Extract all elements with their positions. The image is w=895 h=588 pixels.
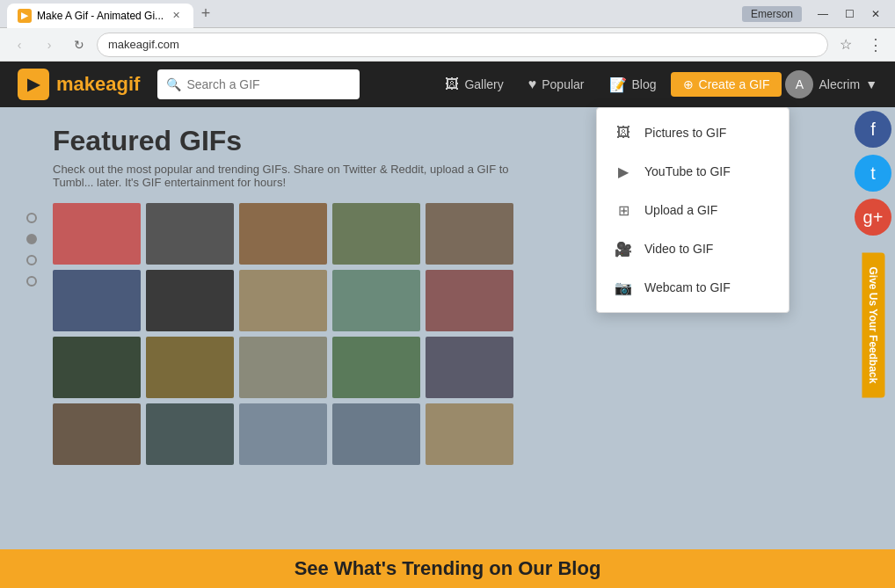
dropdown-item-label: YouTube to GIF	[644, 164, 731, 178]
gif-item[interactable]	[53, 403, 141, 465]
chevron-down-icon: ▼	[865, 77, 877, 91]
gif-item[interactable]	[426, 337, 513, 398]
create-dropdown-menu: 🖼 Pictures to GIF ▶ YouTube to GIF ⊞ Upl…	[596, 107, 789, 313]
gif-item[interactable]	[146, 203, 234, 265]
social-sidebar: f t g+	[851, 107, 895, 239]
gif-item[interactable]	[239, 403, 327, 465]
nav-links: 🖼 Gallery ♥ Popular 📝 Blog ⊕ Create a GI…	[434, 70, 877, 98]
close-button[interactable]: ✕	[863, 5, 888, 23]
gif-item[interactable]	[332, 337, 420, 398]
youtube-icon: ▶	[613, 161, 634, 182]
search-input[interactable]	[186, 77, 351, 91]
video-icon: 🎥	[613, 238, 634, 259]
facebook-button[interactable]: f	[855, 111, 891, 148]
banner-text: See What's Trending on Our Blog	[295, 557, 601, 580]
dropdown-upload-gif[interactable]: ⊞ Upload a GIF	[597, 191, 789, 229]
title-bar-right: Emerson — ☐ ✕	[742, 5, 888, 23]
gif-item[interactable]	[146, 337, 234, 398]
nav-popular[interactable]: ♥ Popular	[518, 71, 595, 98]
browser-menu-button[interactable]: ⋮	[863, 33, 888, 57]
gif-item[interactable]	[146, 403, 234, 465]
gif-item[interactable]	[239, 203, 327, 265]
dropdown-item-label: Upload a GIF	[644, 203, 717, 217]
nav-blog[interactable]: 📝 Blog	[599, 71, 667, 98]
dropdown-pictures-to-gif[interactable]: 🖼 Pictures to GIF	[597, 113, 789, 152]
googleplus-button[interactable]: g+	[855, 199, 891, 236]
gif-item[interactable]	[332, 403, 420, 465]
user-badge: Emerson	[742, 6, 802, 22]
pictures-icon: 🖼	[613, 122, 634, 143]
webcam-icon: 📷	[613, 277, 634, 298]
upload-icon: ⊞	[613, 200, 634, 221]
tab-close-button[interactable]: ✕	[169, 9, 183, 23]
create-icon: ⊕	[683, 77, 694, 91]
page-content: ▶ makeagif 🔍 🖼 Gallery ♥ Popular 📝 Blog	[0, 62, 895, 588]
page-subtitle: Check out the most popular and trending …	[53, 163, 536, 189]
nav-gallery[interactable]: 🖼 Gallery	[434, 71, 513, 98]
url-bar[interactable]: makeagif.com	[97, 33, 828, 57]
gif-item[interactable]	[53, 337, 141, 398]
create-gif-button[interactable]: ⊕ Create a GIF	[671, 72, 782, 97]
dropdown-youtube-to-gif[interactable]: ▶ YouTube to GIF	[597, 152, 789, 191]
heart-icon: ♥	[528, 76, 537, 92]
gif-item[interactable]	[239, 337, 327, 398]
dot-1[interactable]	[26, 213, 37, 223]
avatar: A	[785, 70, 813, 98]
gif-item[interactable]	[332, 203, 420, 265]
maximize-button[interactable]: ☐	[837, 5, 862, 23]
tab-label: Make A Gif - Animated Gi...	[37, 10, 164, 22]
url-text: makeagif.com	[108, 38, 179, 51]
dropdown-item-label: Webcam to GIF	[644, 280, 731, 294]
dropdown-webcam-to-gif[interactable]: 📷 Webcam to GIF	[597, 268, 789, 307]
site-header: ▶ makeagif 🔍 🖼 Gallery ♥ Popular 📝 Blog	[0, 62, 895, 107]
user-nav[interactable]: A Alecrim ▼	[785, 70, 877, 98]
blog-icon: 📝	[609, 76, 627, 93]
new-tab-button[interactable]: +	[193, 2, 218, 26]
gif-item[interactable]	[426, 270, 513, 331]
gif-item[interactable]	[332, 270, 420, 331]
twitter-button[interactable]: t	[855, 155, 891, 192]
pagination-dots	[26, 213, 37, 287]
gallery-icon: 🖼	[445, 76, 459, 92]
browser-tab[interactable]: ▶ Make A Gif - Animated Gi... ✕	[7, 4, 193, 28]
feedback-tab[interactable]: Give Us Your Feedback	[862, 252, 885, 397]
dropdown-video-to-gif[interactable]: 🎥 Video to GIF	[597, 229, 789, 268]
gif-item[interactable]	[239, 270, 327, 331]
logo-icon: ▶	[18, 69, 49, 100]
title-bar: ▶ Make A Gif - Animated Gi... ✕ + Emerso…	[0, 0, 895, 28]
title-bar-left: ▶ Make A Gif - Animated Gi... ✕ +	[7, 2, 218, 26]
search-icon: 🔍	[166, 77, 181, 91]
forward-button[interactable]: ›	[37, 33, 62, 57]
refresh-button[interactable]: ↻	[67, 33, 91, 57]
gif-item[interactable]	[53, 270, 141, 331]
dropdown-item-label: Video to GIF	[644, 242, 713, 256]
dot-3[interactable]	[26, 255, 37, 265]
back-button[interactable]: ‹	[7, 33, 32, 57]
gif-item[interactable]	[426, 403, 513, 465]
gif-item[interactable]	[426, 203, 513, 265]
minimize-button[interactable]: —	[811, 5, 835, 23]
address-bar: ‹ › ↻ makeagif.com ☆ ⋮	[0, 28, 895, 62]
gif-item[interactable]	[53, 203, 141, 265]
dot-4[interactable]	[26, 276, 37, 287]
dropdown-item-label: Pictures to GIF	[644, 126, 726, 140]
site-logo[interactable]: ▶ makeagif	[18, 69, 140, 100]
dot-2[interactable]	[26, 234, 37, 244]
tab-favicon: ▶	[18, 9, 32, 23]
bookmark-button[interactable]: ☆	[833, 33, 858, 57]
logo-text: makeagif	[56, 73, 140, 96]
search-box[interactable]: 🔍	[157, 69, 360, 99]
bottom-banner[interactable]: See What's Trending on Our Blog	[0, 549, 895, 588]
gif-item[interactable]	[146, 270, 234, 331]
